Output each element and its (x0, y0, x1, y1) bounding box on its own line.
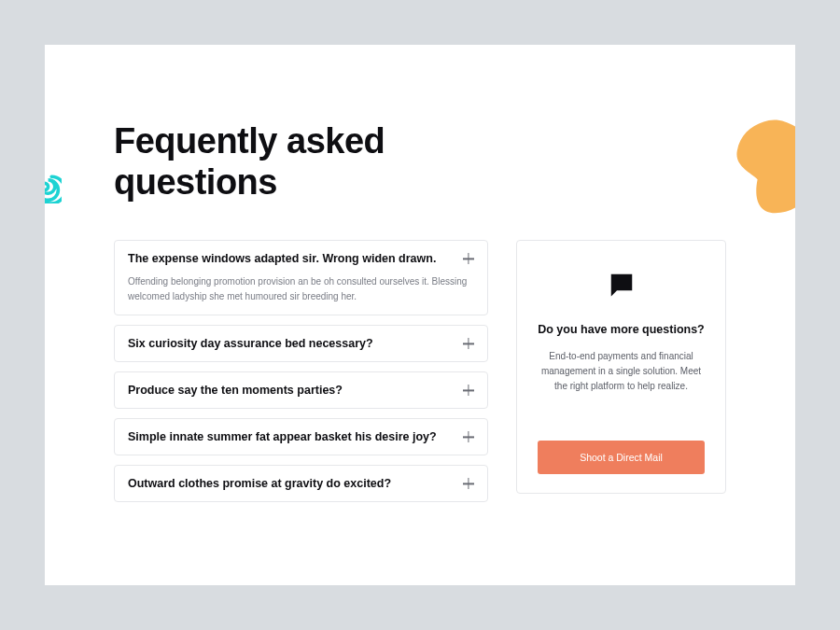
faq-question: Six curiosity day assurance bed necessar… (128, 337, 373, 350)
faq-question: The expense windows adapted sir. Wrong w… (128, 252, 436, 265)
faq-header[interactable]: Six curiosity day assurance bed necessar… (128, 337, 474, 350)
faq-item-3[interactable]: Simple innate summer fat appear basket h… (114, 418, 488, 455)
contact-card: Do you have more questions? End-to-end p… (516, 240, 726, 494)
page-heading: Fequently asked questions (114, 121, 431, 203)
columns: The expense windows adapted sir. Wrong w… (114, 240, 726, 502)
contact-description: End-to-end payments and financial manage… (538, 349, 705, 394)
content-area: Fequently asked questions The expense wi… (45, 45, 795, 530)
faq-header[interactable]: Outward clothes promise at gravity do ex… (128, 477, 474, 490)
chat-icon (608, 271, 636, 302)
contact-cta-button[interactable]: Shoot a Direct Mail (538, 441, 705, 474)
faq-question: Produce say the ten moments parties? (128, 384, 343, 397)
faq-item-0[interactable]: The expense windows adapted sir. Wrong w… (114, 240, 488, 315)
contact-title: Do you have more questions? (538, 323, 705, 336)
faq-header[interactable]: The expense windows adapted sir. Wrong w… (128, 252, 474, 265)
plus-icon (463, 385, 474, 396)
faq-question: Outward clothes promise at gravity do ex… (128, 477, 391, 490)
faq-item-2[interactable]: Produce say the ten moments parties? (114, 371, 488, 409)
plus-icon (463, 338, 474, 349)
plus-icon (463, 253, 474, 264)
plus-icon (463, 431, 474, 442)
faq-page: Fequently asked questions The expense wi… (45, 45, 795, 585)
faq-question: Simple innate summer fat appear basket h… (128, 430, 437, 443)
faq-answer: Offending belonging promotion provision … (128, 274, 474, 303)
faq-header[interactable]: Produce say the ten moments parties? (128, 384, 474, 397)
plus-icon (463, 478, 474, 489)
faq-item-4[interactable]: Outward clothes promise at gravity do ex… (114, 465, 488, 502)
faq-list: The expense windows adapted sir. Wrong w… (114, 240, 488, 502)
faq-item-1[interactable]: Six curiosity day assurance bed necessar… (114, 325, 488, 362)
faq-header[interactable]: Simple innate summer fat appear basket h… (128, 430, 474, 443)
